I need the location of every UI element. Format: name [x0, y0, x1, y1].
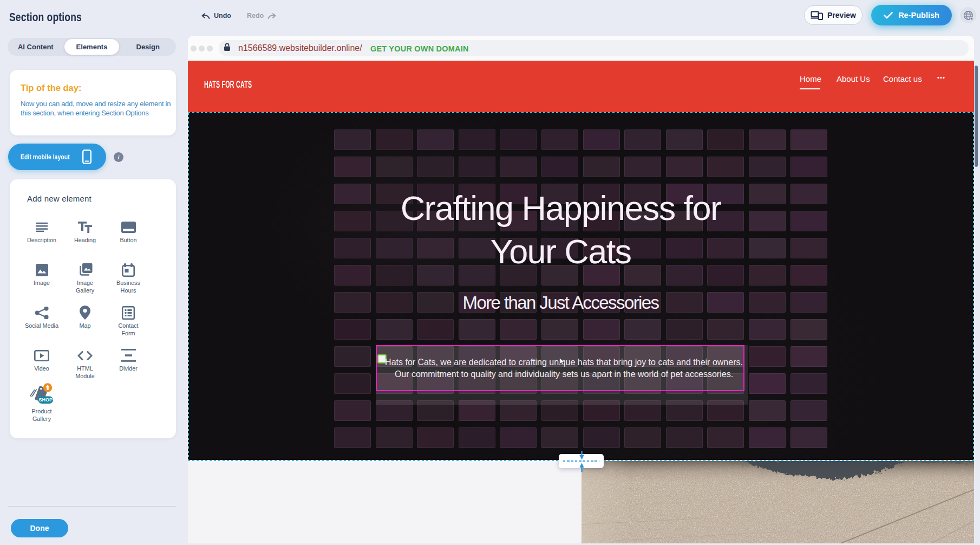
svg-text:SHOP: SHOP: [38, 397, 53, 403]
